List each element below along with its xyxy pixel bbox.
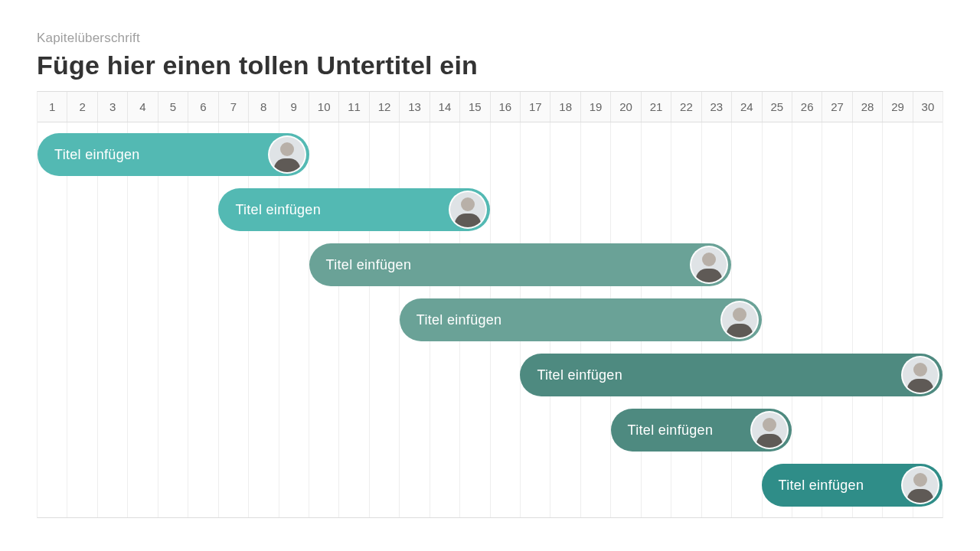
gantt-bar-label: Titel einfügen — [54, 147, 268, 163]
gantt-header-cell: 28 — [853, 92, 883, 122]
gantt-header-cell: 5 — [158, 92, 188, 122]
gantt-header-cell: 23 — [702, 92, 732, 122]
gantt-bar[interactable]: Titel einfügen — [400, 298, 762, 341]
avatar — [901, 466, 939, 504]
gantt-header-cell: 26 — [792, 92, 822, 122]
gantt-bar-label: Titel einfügen — [416, 312, 720, 328]
gantt-bar[interactable]: Titel einfügen — [218, 188, 490, 231]
gantt-bar[interactable]: Titel einfügen — [38, 133, 309, 176]
gantt-header-cell: 2 — [67, 92, 97, 122]
avatar — [268, 135, 306, 174]
gantt-header-cell: 16 — [491, 92, 521, 122]
gantt-header-cell: 1 — [38, 92, 67, 122]
gantt-bars: Titel einfügenTitel einfügenTitel einfüg… — [38, 122, 942, 517]
gantt-header-cell: 8 — [249, 92, 279, 122]
gantt-bar[interactable]: Titel einfügen — [611, 409, 792, 452]
gantt-header-cell: 19 — [581, 92, 611, 122]
gantt-header-cell: 29 — [883, 92, 913, 122]
avatar — [449, 191, 487, 229]
gantt-header-cell: 21 — [642, 92, 671, 122]
gantt-header-cell: 30 — [913, 92, 942, 122]
gantt-bar-label: Titel einfügen — [235, 202, 449, 218]
gantt-chart: 1234567891011121314151617181920212223242… — [37, 91, 943, 518]
gantt-bar-label: Titel einfügen — [779, 478, 901, 494]
avatar — [750, 411, 789, 449]
gantt-header-cell: 27 — [822, 92, 852, 122]
avatar — [720, 301, 759, 339]
page-title: Füge hier einen tollen Untertitel ein — [37, 51, 943, 80]
gantt-header-cell: 20 — [611, 92, 641, 122]
avatar — [901, 356, 939, 394]
avatar — [690, 246, 728, 284]
gantt-header-row: 1234567891011121314151617181920212223242… — [38, 92, 942, 122]
gantt-header-cell: 17 — [521, 92, 550, 122]
gantt-header-cell: 13 — [400, 92, 430, 122]
gantt-header-cell: 22 — [671, 92, 701, 122]
gantt-bar-label: Titel einfügen — [537, 367, 901, 383]
gantt-header-cell: 7 — [219, 92, 249, 122]
gantt-header-cell: 18 — [550, 92, 580, 122]
gantt-header-cell: 4 — [128, 92, 158, 122]
gantt-header-cell: 14 — [430, 92, 460, 122]
gantt-header-cell: 9 — [279, 92, 309, 122]
gantt-header-cell: 12 — [370, 92, 400, 122]
gantt-bar[interactable]: Titel einfügen — [520, 354, 942, 396]
gantt-header-cell: 10 — [309, 92, 339, 122]
gantt-header-cell: 15 — [460, 92, 490, 122]
gantt-header-cell: 6 — [188, 92, 218, 122]
gantt-header-cell: 11 — [339, 92, 369, 122]
gantt-bar[interactable]: Titel einfügen — [309, 243, 732, 286]
gantt-bar-label: Titel einfügen — [628, 422, 750, 439]
gantt-bar[interactable]: Titel einfügen — [762, 464, 942, 507]
gantt-header-cell: 25 — [763, 92, 792, 122]
chapter-heading: Kapitelüberschrift — [37, 31, 943, 46]
gantt-bar-label: Titel einfügen — [326, 257, 691, 273]
gantt-header-cell: 3 — [98, 92, 128, 122]
gantt-header-cell: 24 — [732, 92, 762, 122]
